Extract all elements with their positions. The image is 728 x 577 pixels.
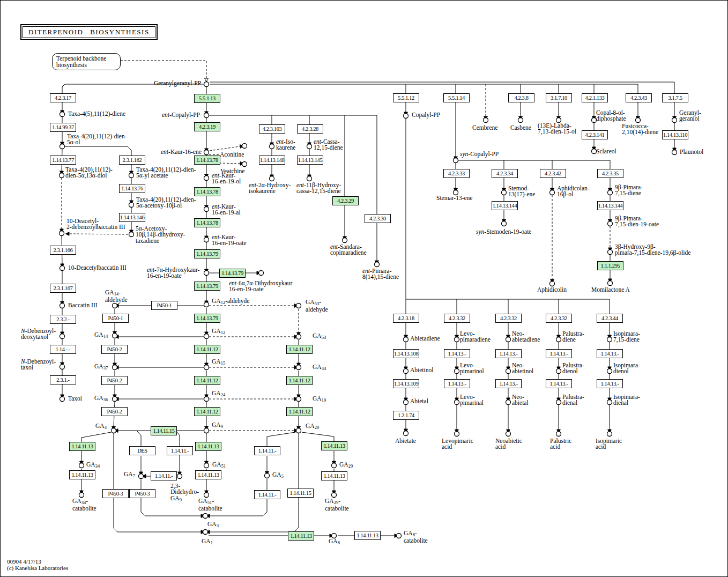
enzyme-box[interactable]: 2.3.1.162	[119, 156, 145, 165]
enzyme-box[interactable]: 1.14.13.78	[194, 187, 220, 196]
enzyme-box[interactable]: 1.14.11.13	[288, 531, 314, 541]
enzyme-box[interactable]: 4.2.3.32	[546, 314, 572, 323]
compound-node[interactable]	[139, 474, 144, 479]
compound-node[interactable]	[404, 114, 408, 119]
enzyme-box[interactable]: 1.14.11.13	[354, 531, 381, 540]
enzyme-box[interactable]: P450-2	[101, 376, 128, 385]
enzyme-box[interactable]: 1.14.13.76	[119, 184, 145, 193]
compound-node[interactable]	[506, 337, 511, 342]
compound-node[interactable]	[79, 463, 84, 468]
compound-node[interactable]	[332, 463, 337, 468]
enzyme-box[interactable]: 4.2.1.133	[582, 93, 608, 102]
enzyme-box[interactable]: 1.1.1.295	[597, 261, 623, 270]
enzyme-box[interactable]: 5.5.1.14	[443, 93, 470, 102]
enzyme-box[interactable]: 1.14.11.12	[286, 376, 313, 385]
enzyme-box[interactable]: 1.14.11.-	[167, 446, 193, 455]
compound-node[interactable]	[60, 144, 65, 149]
enzyme-box[interactable]: 4.2.3.44	[597, 314, 623, 323]
compound-node[interactable]	[113, 365, 117, 370]
enzyme-box[interactable]: 4.2.3.32	[444, 314, 470, 323]
enzyme-box[interactable]: 4.2.3.30	[365, 214, 391, 223]
compound-node[interactable]	[60, 112, 65, 117]
enzyme-box[interactable]: 1.14.13.79	[194, 314, 220, 323]
compound-node[interactable]	[129, 232, 134, 237]
compound-node[interactable]	[608, 221, 613, 226]
compound-node[interactable]	[204, 397, 209, 402]
compound-node[interactable]	[242, 162, 247, 167]
compound-node[interactable]	[672, 150, 677, 155]
enzyme-box[interactable]: 1.2.1.74	[393, 411, 419, 420]
enzyme-box[interactable]: 1.14.11.12	[194, 407, 220, 416]
compound-node[interactable]	[204, 150, 209, 155]
compound-node[interactable]	[556, 432, 561, 437]
enzyme-box[interactable]: 1.14.11.13	[195, 442, 221, 451]
compound-node[interactable]	[60, 397, 65, 402]
compound-node[interactable]	[296, 335, 301, 339]
enzyme-box[interactable]: 4.2.3.103	[259, 124, 285, 134]
enzyme-box[interactable]: 1.14.13.148	[259, 156, 285, 165]
enzyme-box[interactable]: 1.14.13.-	[597, 379, 623, 388]
compound-node[interactable]	[404, 369, 408, 374]
compound-node[interactable]	[113, 304, 117, 308]
compound-node[interactable]	[259, 271, 264, 276]
enzyme-box[interactable]: 4.2.3.141	[582, 130, 608, 139]
enzyme-box[interactable]: 1.14.13.-	[444, 349, 470, 358]
compound-node[interactable]	[60, 173, 64, 178]
compound-node[interactable]	[296, 304, 301, 308]
compound-node[interactable]	[506, 400, 511, 405]
compound-node[interactable]	[455, 432, 459, 437]
compound-node[interactable]	[296, 397, 301, 402]
enzyme-box[interactable]: 5.5.1.13	[194, 94, 220, 103]
compound-node[interactable]	[506, 432, 511, 437]
compound-node[interactable]	[113, 334, 117, 338]
compound-node[interactable]	[204, 334, 209, 339]
enzyme-box[interactable]: 4.2.3.18	[393, 314, 419, 323]
enzyme-box[interactable]: 1.14.13.79	[194, 282, 220, 291]
compound-node[interactable]	[506, 369, 511, 374]
enzyme-box[interactable]: 1.14.13.79	[219, 269, 246, 278]
enzyme-box[interactable]: 1.14.-.-	[50, 345, 76, 354]
compound-node[interactable]	[204, 176, 209, 181]
enzyme-box[interactable]: P450-1	[151, 301, 177, 310]
enzyme-box[interactable]: 1.14.13.-	[597, 349, 623, 358]
enzyme-box[interactable]: 4.2.3.19	[194, 122, 220, 131]
compound-node[interactable]	[672, 118, 677, 123]
enzyme-box[interactable]: 1.14.13.-	[495, 379, 522, 388]
enzyme-box[interactable]: 4.2.3.35	[597, 169, 623, 178]
enzyme-box[interactable]: 1.14.13.145	[297, 156, 323, 165]
enzyme-box[interactable]: 1.14.13.-	[546, 379, 572, 388]
compound-node[interactable]	[79, 493, 84, 498]
compound-node[interactable]	[375, 262, 380, 267]
enzyme-box[interactable]: 1.14.13.109	[393, 379, 419, 388]
enzyme-box[interactable]: 4.2.3.28	[297, 124, 323, 134]
enzyme-box[interactable]: 1.14.11.15	[287, 489, 314, 498]
enzyme-box[interactable]: 4.2.3.32	[495, 314, 522, 323]
enzyme-box[interactable]: 2.3.2.-	[50, 315, 76, 324]
enzyme-box[interactable]: 1.14.13.144	[597, 201, 623, 210]
compound-node[interactable]	[607, 337, 612, 342]
enzyme-box[interactable]: 1.14.11.15	[151, 426, 177, 435]
compound-node[interactable]	[242, 144, 247, 149]
compound-node[interactable]	[607, 432, 612, 437]
compound-node[interactable]	[60, 365, 65, 369]
compound-node[interactable]	[636, 118, 641, 123]
compound-node[interactable]	[556, 400, 561, 405]
compound-node[interactable]	[203, 530, 208, 535]
enzyme-box[interactable]: 4.2.3.43	[626, 93, 652, 102]
compound-node[interactable]	[204, 302, 209, 307]
compound-node[interactable]	[296, 365, 301, 370]
enzyme-box[interactable]: 1.14.13.-	[495, 349, 522, 358]
compound-node[interactable]	[60, 231, 64, 236]
enzyme-box[interactable]: P450-3	[129, 489, 155, 498]
enzyme-box[interactable]: 4.2.3.34	[492, 169, 518, 178]
enzyme-box[interactable]: P450-1	[102, 314, 129, 323]
enzyme-box[interactable]: 1.14.13.144	[492, 201, 518, 210]
enzyme-box[interactable]: DES	[129, 446, 155, 455]
compound-node[interactable]	[60, 334, 65, 339]
enzyme-box[interactable]: 1.14.11.-	[151, 471, 177, 480]
enzyme-box[interactable]: 1.14.11.13	[321, 471, 347, 480]
enzyme-box[interactable]: 3.1.7.5	[662, 93, 688, 102]
compound-node[interactable]	[113, 397, 117, 402]
enzyme-box[interactable]: P450-2	[101, 345, 128, 354]
compound-node[interactable]	[550, 282, 555, 286]
